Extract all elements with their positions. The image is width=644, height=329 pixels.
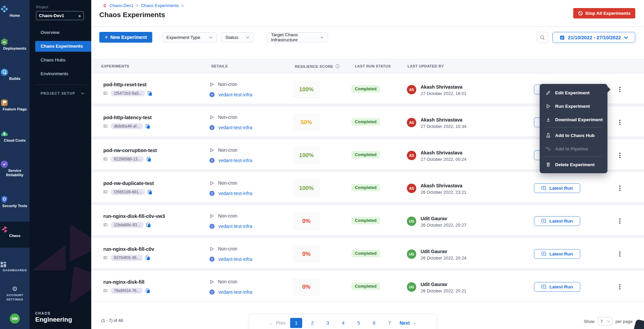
experiment-cell: run-nginx-disk-fill ID: 76e8f434-76...	[103, 271, 204, 294]
sidebar-item-chaos-hubs[interactable]: Chaos Hubs	[30, 55, 91, 65]
latest-run-button[interactable]: Latest Run	[534, 183, 580, 193]
page-button-2[interactable]: 2	[307, 318, 318, 328]
service-reliability-icon	[0, 160, 30, 169]
kebab-menu-button[interactable]	[616, 282, 623, 291]
sidebar-item-builds[interactable]: Builds	[0, 68, 30, 81]
menu-item-download-experiment[interactable]: Download Experiment	[540, 113, 607, 126]
sidebar-item-account-settings[interactable]: ⚙ ACCOUNT SETTINGS	[0, 285, 30, 301]
copy-icon[interactable]	[145, 288, 150, 293]
page-button-1[interactable]: 1	[290, 318, 302, 328]
info-icon[interactable]	[335, 64, 340, 68]
page-button-7[interactable]: 7	[384, 318, 395, 328]
experiment-name[interactable]: run-nginx-disk-fill-c0v	[103, 246, 204, 252]
search-button[interactable]	[537, 32, 548, 43]
infrastructure-link[interactable]: vedant-test-infra	[218, 191, 252, 196]
run-view-icon	[541, 219, 547, 224]
breadcrumb-link-page[interactable]: Chaos Experiments	[141, 3, 179, 8]
latest-run-button[interactable]: Latest Run	[534, 249, 580, 259]
menu-item-run-experiment[interactable]: Run Experiment	[540, 99, 607, 113]
sidebar-item-environments[interactable]: Environments	[30, 68, 91, 79]
kebab-menu-button[interactable]	[616, 216, 623, 226]
sidebar-item-dashboards[interactable]: DASHBOARDS	[0, 261, 30, 272]
stop-all-experiments-button[interactable]: Stop All Experiments	[573, 8, 635, 18]
copy-icon[interactable]	[145, 255, 150, 261]
infrastructure-link[interactable]: vedant-test-infra	[218, 224, 252, 229]
user-avatar[interactable]: NM	[10, 314, 20, 324]
status-cell: Completed	[352, 86, 380, 92]
details-cell: Non-cron vedant-test-infra	[209, 106, 252, 130]
experiment-name[interactable]: pod-http-reset-test	[103, 82, 204, 87]
table-row: run-nginx-disk-fill-c0v ID: 93784f05-35.…	[91, 238, 644, 269]
copy-icon[interactable]	[147, 190, 152, 195]
menu-item-add-to-pipeline[interactable]: Add to Pipeline	[540, 142, 607, 155]
filter-experiment-type[interactable]: Experiment Type	[162, 32, 217, 42]
sidebar-item-security-tests[interactable]: Security Tests	[0, 195, 30, 208]
infrastructure-link[interactable]: vedant-test-infra	[218, 125, 252, 130]
trash-icon	[546, 162, 551, 167]
kebab-menu-button[interactable]	[616, 85, 623, 94]
avatar: AS	[407, 184, 416, 193]
status-cell: Completed	[352, 217, 380, 223]
pagination-bar: ← Prev 1234567 Next →	[249, 314, 437, 329]
sidebar-item-home[interactable]: Home	[0, 5, 30, 18]
sidebar-item-cloud-costs[interactable]: $ Cloud Costs	[0, 130, 30, 143]
prev-page-button[interactable]: ← Prev	[266, 318, 288, 328]
project-selector[interactable]: Chaos-Dev1 »	[36, 11, 84, 20]
project-setup-toggle[interactable]: PROJECT SETUP	[41, 91, 84, 95]
experiment-name[interactable]: pod-http-latency-test	[103, 115, 204, 120]
sidebar-item-feature-flags[interactable]: Feature Flags	[0, 98, 30, 111]
infrastructure-link[interactable]: vedant-test-infra	[218, 289, 252, 295]
next-page-button[interactable]: Next →	[397, 318, 419, 328]
experiment-name[interactable]: run-nginx-disk-fill	[103, 279, 204, 285]
new-experiment-button[interactable]: + New Experiment	[99, 32, 152, 43]
experiment-name[interactable]: run-nginx-disk-fill-c0v-vw3	[103, 214, 204, 219]
menu-item-add-to-chaos-hub[interactable]: Add to Chaos Hub	[540, 129, 607, 142]
kebab-menu-button[interactable]	[616, 183, 623, 193]
sidebar-item-service-reliability[interactable]: Service Reliability	[0, 160, 30, 177]
help-widget-corner[interactable]	[633, 319, 644, 329]
experiment-name[interactable]: pod-nw-corruption-test	[103, 148, 204, 153]
dashboards-icon	[0, 261, 30, 268]
filter-status[interactable]: Status	[221, 32, 254, 42]
expand-icon[interactable]: »	[78, 13, 81, 18]
experiment-name[interactable]: pod-nw-duplicate-test	[103, 181, 204, 186]
page-button-3[interactable]: 3	[322, 318, 333, 328]
page-button-4[interactable]: 4	[338, 318, 348, 328]
security-tests-icon	[0, 195, 30, 204]
experiment-cell: pod-http-reset-test ID: 1f5471b3-6a5...	[103, 74, 204, 96]
latest-run-button[interactable]: Latest Run	[534, 282, 580, 292]
menu-item-edit-experiment[interactable]: Edit Experiment	[540, 86, 607, 99]
avatar: AS	[407, 85, 416, 94]
page-button-6[interactable]: 6	[369, 318, 379, 328]
resilience-score-value: 100%	[299, 86, 314, 93]
sidebar-item-deployments[interactable]: ∞ Deployments	[0, 38, 30, 51]
page-button-5[interactable]: 5	[353, 318, 364, 328]
breadcrumb-link-project[interactable]: Chaos-Dev1	[109, 3, 133, 8]
sidebar-label: Builds	[0, 77, 30, 81]
sidebar-item-overview[interactable]: Overview	[30, 27, 91, 38]
kebab-menu-button[interactable]	[616, 249, 623, 258]
copy-icon[interactable]	[147, 91, 152, 96]
menu-item-delete-experiment[interactable]: Delete Experiment	[540, 158, 607, 171]
copy-icon[interactable]	[146, 157, 151, 162]
kebab-menu-button[interactable]	[616, 150, 623, 160]
infrastructure-link[interactable]: vedant-test-infra	[218, 92, 252, 97]
sidebar-item-chaos-active[interactable]: Chaos	[0, 222, 30, 248]
experiment-cell: run-nginx-disk-fill-c0v ID: 93784f05-35.…	[103, 238, 204, 261]
sidebar-item-chaos-experiments[interactable]: Chaos Experiments	[35, 41, 91, 52]
resilience-score-box: 0%	[293, 278, 320, 296]
sidebar-label: ACCOUNT SETTINGS	[0, 293, 30, 301]
page-size-select[interactable]: 7	[598, 317, 612, 326]
filter-target-chaos-infrastructure[interactable]: Target Chaos Infrastructure	[267, 32, 328, 42]
column-last-run-status: LAST RUN STATUS	[355, 64, 391, 68]
latest-run-button[interactable]: Latest Run	[534, 216, 580, 226]
copy-icon[interactable]	[145, 124, 150, 129]
date-range-button[interactable]: 21/10/2022 - 27/10/2022	[552, 32, 635, 43]
sidebar-item-chaos[interactable]: Chaos	[0, 225, 30, 238]
resilience-score-value: 0%	[302, 251, 311, 257]
infrastructure-link[interactable]: vedant-test-infra	[218, 158, 252, 163]
experiment-id-label: ID:	[103, 255, 108, 260]
infrastructure-link[interactable]: vedant-test-infra	[218, 256, 252, 262]
kebab-menu-button[interactable]	[616, 117, 623, 127]
copy-icon[interactable]	[146, 223, 151, 228]
